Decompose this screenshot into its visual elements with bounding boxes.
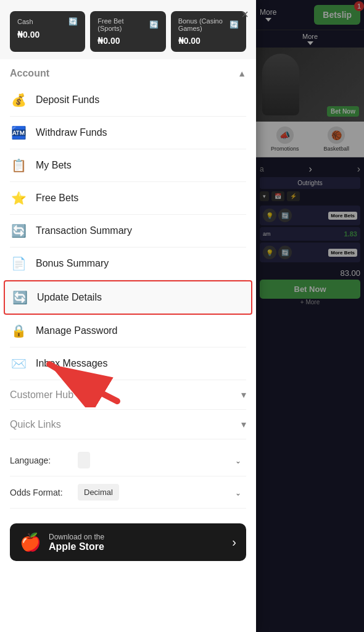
language-row: Language: (10, 444, 246, 476)
apple-store-name-label: Apple Store (49, 541, 104, 552)
menu-item-deposit[interactable]: 💰 Deposit Funds (10, 84, 246, 117)
account-title: Account (10, 68, 49, 79)
quick-links-section[interactable]: Quick Links ▾ (10, 410, 246, 439)
account-collapse-icon[interactable]: ▲ (238, 69, 246, 78)
apple-logo-icon: 🍎 (20, 532, 41, 552)
menu-item-transaction[interactable]: 🔄 Transaction Summary (10, 215, 246, 247)
update-details-icon: 🔄 (11, 290, 28, 305)
odds-format-select[interactable]: Decimal (78, 484, 119, 501)
odds-format-label: Odds Format: (10, 488, 72, 497)
cash-refresh-icon[interactable]: 🔄 (68, 17, 78, 26)
bonus-card: Bonus (Casino Games) 🔄 ₦0.00 (171, 11, 246, 52)
customer-hub-title: Customer Hub (10, 389, 73, 401)
withdraw-label: Withdraw Funds (36, 127, 107, 138)
my-bets-icon: 📋 (10, 158, 27, 173)
inbox-icon: ✉️ (10, 356, 27, 371)
customer-hub-section[interactable]: Customer Hub ▾ (10, 380, 246, 410)
deposit-icon: 💰 (10, 93, 27, 107)
update-details-label: Update Details (37, 292, 102, 303)
odds-format-select-wrapper: Decimal (78, 484, 246, 501)
menu-item-update-details[interactable]: 🔄 Update Details (4, 280, 252, 315)
apple-download-label: Download on the (49, 533, 104, 541)
free-bet-refresh-icon[interactable]: 🔄 (149, 20, 159, 29)
free-bets-label: Free Bets (36, 193, 78, 204)
free-bets-icon: ⭐ (10, 191, 27, 206)
bonus-summary-icon: 📄 (10, 256, 27, 271)
menu-item-manage-password[interactable]: 🔒 Manage Password (10, 315, 246, 347)
bonus-refresh-icon[interactable]: 🔄 (230, 20, 239, 29)
free-bet-card: Free Bet (Sports) 🔄 ₦0.00 (90, 11, 165, 52)
quick-links-title: Quick Links (10, 419, 61, 430)
language-select-wrapper (78, 452, 246, 468)
menu-item-inbox[interactable]: ✉️ Inbox Messages (10, 347, 246, 380)
odds-format-row: Odds Format: Decimal (10, 476, 246, 509)
withdraw-icon: 🏧 (10, 125, 27, 140)
apple-store-arrow-icon: › (232, 535, 236, 549)
cash-card: Cash 🔄 ₦0.00 (10, 11, 85, 52)
close-button[interactable]: × (241, 7, 249, 22)
apple-store-text: Download on the Apple Store (49, 533, 104, 552)
quick-links-arrow: ▾ (241, 418, 246, 430)
free-bet-amount: ₦0.00 (97, 36, 158, 46)
cash-amount: ₦0.00 (17, 30, 78, 40)
transaction-icon: 🔄 (10, 223, 27, 238)
balance-row: Cash 🔄 ₦0.00 Free Bet (Sports) 🔄 ₦0.00 B… (0, 0, 256, 59)
bonus-amount: ₦0.00 (178, 36, 239, 46)
language-select[interactable] (78, 452, 90, 468)
menu-item-bonus-summary[interactable]: 📄 Bonus Summary (10, 247, 246, 280)
menu-item-withdraw[interactable]: 🏧 Withdraw Funds (10, 117, 246, 149)
account-title-row: Account ▲ (10, 59, 246, 84)
apple-store-left: 🍎 Download on the Apple Store (20, 532, 104, 552)
language-label: Language: (10, 455, 72, 465)
customer-hub-arrow: ▾ (241, 389, 246, 401)
settings-section: Language: Odds Format: Decimal (10, 439, 246, 514)
my-bets-label: My Bets (36, 160, 72, 171)
left-drawer: × Cash 🔄 ₦0.00 Free Bet (Sports) 🔄 ₦0.00… (0, 0, 256, 632)
manage-password-icon: 🔒 (10, 323, 27, 338)
account-section: Account ▲ 💰 Deposit Funds 🏧 Withdraw Fun… (0, 59, 256, 514)
deposit-label: Deposit Funds (36, 94, 99, 106)
manage-password-label: Manage Password (36, 325, 118, 336)
overlay[interactable] (256, 0, 364, 632)
menu-item-free-bets[interactable]: ⭐ Free Bets (10, 182, 246, 215)
transaction-label: Transaction Summary (36, 225, 132, 236)
inbox-label: Inbox Messages (36, 358, 108, 369)
bonus-summary-label: Bonus Summary (36, 258, 109, 269)
menu-item-my-bets[interactable]: 📋 My Bets (10, 149, 246, 182)
apple-store-banner[interactable]: 🍎 Download on the Apple Store › (10, 523, 246, 561)
